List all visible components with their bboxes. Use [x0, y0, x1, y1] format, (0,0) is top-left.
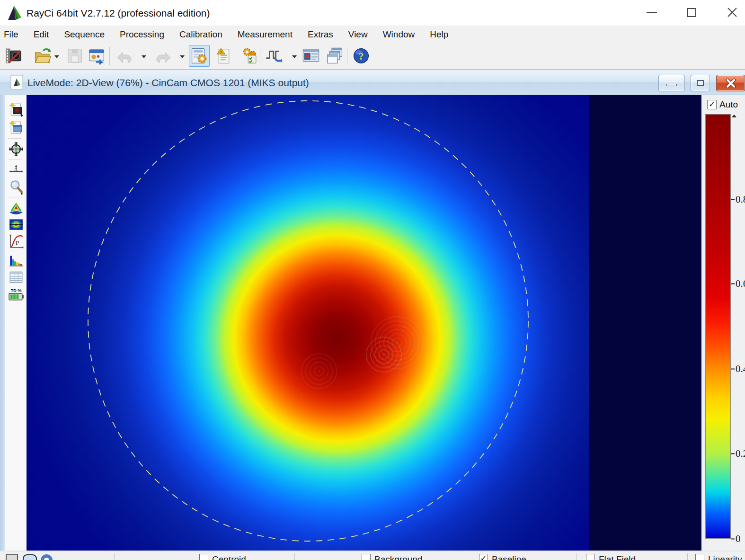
child-close-button[interactable]	[716, 75, 745, 91]
centroid-target-button[interactable]	[8, 141, 24, 157]
child-window-border	[0, 95, 5, 551]
child-minimize-button[interactable]	[658, 75, 685, 91]
roi-rectangle-tool-button[interactable]	[6, 554, 18, 560]
roi-ellipse-tool-button[interactable]	[23, 554, 37, 560]
close-button[interactable]	[718, 0, 745, 25]
flat-field-checkbox-item[interactable]: Flat Field	[586, 554, 636, 560]
centroid-label: Centroid	[212, 554, 246, 560]
trigger-mode-icon	[265, 47, 283, 65]
view-layout-button[interactable]	[301, 45, 321, 67]
scale-tick: 0.6	[731, 278, 745, 290]
undo-icon	[116, 47, 134, 65]
measurement-config-button[interactable]	[240, 45, 261, 67]
child-minimize-icon	[666, 84, 677, 86]
main-toolbar: !	[0, 43, 745, 70]
bar-separator	[294, 553, 295, 560]
auto-scale-checkbox[interactable]: ✓	[707, 100, 717, 109]
menu-file[interactable]: File	[0, 26, 26, 43]
live-capture-icon	[5, 47, 23, 65]
new-view-button[interactable]	[8, 119, 24, 135]
histogram-button[interactable]	[8, 252, 24, 267]
roi-dashed-circle[interactable]	[88, 101, 528, 541]
profile-2d-button[interactable]	[8, 216, 24, 232]
trigger-dropdown-arrow-icon[interactable]	[292, 55, 297, 58]
report-log-icon: !	[215, 47, 233, 65]
child-close-icon	[725, 79, 736, 88]
baseline-checkbox-item[interactable]: ✓ Baseline	[479, 554, 526, 560]
profile-3d-icon	[9, 200, 24, 215]
beam-2d-view[interactable]	[27, 95, 701, 551]
child-restore-button[interactable]	[691, 75, 710, 91]
report-log-button[interactable]: !	[213, 45, 234, 67]
redo-dropdown-arrow-icon[interactable]	[180, 55, 185, 58]
help-button[interactable]: ?	[351, 45, 372, 67]
menu-processing[interactable]: Processing	[112, 26, 172, 43]
background-checkbox-item[interactable]: Background	[362, 554, 422, 560]
redo-button[interactable]	[152, 45, 173, 67]
export-view-button[interactable]	[86, 45, 107, 67]
transmission-meter-button[interactable]: TD %	[8, 287, 24, 303]
redo-icon	[154, 47, 172, 65]
title-bar: RayCi 64bit V2.7.12 (professional editio…	[0, 0, 745, 26]
live-capture-button[interactable]	[4, 45, 25, 67]
tick-label: 0	[736, 533, 741, 545]
menu-view[interactable]: View	[341, 26, 375, 43]
color-scale-panel: ✓ Auto 0.8 0.6 0.4 0.2 0	[701, 95, 745, 551]
menu-calibration[interactable]: Calibration	[172, 26, 230, 43]
open-folder-icon	[34, 47, 52, 65]
bar-separator	[114, 553, 115, 560]
menu-window[interactable]: Window	[375, 26, 423, 43]
undo-button[interactable]	[115, 45, 135, 67]
histogram-icon	[9, 252, 24, 267]
svg-text:TD %: TD %	[10, 288, 21, 293]
profile-3d-button[interactable]	[8, 200, 24, 215]
rayci-logo-icon	[7, 4, 23, 21]
scale-spin-up-icon[interactable]	[732, 115, 736, 117]
tick-label: 0.6	[736, 278, 745, 290]
svg-text:?: ?	[359, 51, 364, 62]
tick-mark	[731, 538, 735, 539]
centroid-checkbox[interactable]	[199, 554, 208, 560]
menu-help[interactable]: Help	[422, 26, 456, 43]
undo-dropdown-arrow-icon[interactable]	[142, 55, 146, 58]
background-checkbox[interactable]	[362, 554, 371, 560]
cascade-windows-button[interactable]	[324, 45, 345, 67]
menu-edit[interactable]: Edit	[26, 26, 57, 43]
livemode-child-window: LiveMode: 2D-View (76%) - CinCam CMOS 12…	[0, 70, 745, 560]
tick-label: 0.2	[736, 448, 745, 460]
baseline-checkbox[interactable]: ✓	[479, 554, 488, 560]
axes-button[interactable]	[8, 162, 24, 178]
open-dropdown-arrow-icon[interactable]	[54, 55, 59, 58]
linearity-checkbox-item[interactable]: Linearity	[695, 554, 742, 560]
scale-tick: 0	[731, 533, 741, 545]
menu-extras[interactable]: Extras	[300, 26, 341, 43]
minimize-button[interactable]	[637, 0, 666, 25]
new-live-view-button[interactable]	[8, 101, 24, 117]
camera-settings-icon	[190, 47, 208, 65]
bar-separator	[576, 553, 577, 560]
maximize-button[interactable]	[677, 0, 706, 25]
results-table-button[interactable]	[8, 269, 24, 285]
zoom-button[interactable]	[8, 179, 24, 195]
roi-circle-tool-button[interactable]	[41, 554, 53, 560]
tick-label: 0.8	[736, 194, 745, 205]
open-file-button[interactable]	[32, 45, 53, 67]
livemode-doc-icon	[10, 75, 23, 90]
rayci-application-window: { "app": { "title": "RayCi 64bit V2.7.12…	[0, 0, 745, 560]
background-label: Background	[374, 554, 422, 560]
child-title-bar[interactable]: LiveMode: 2D-View (76%) - CinCam CMOS 12…	[0, 71, 745, 95]
linearity-checkbox[interactable]	[695, 554, 704, 560]
centroid-checkbox-item[interactable]: Centroid	[199, 554, 246, 560]
power-curve-button[interactable]: P	[8, 234, 24, 249]
save-button[interactable]	[64, 45, 85, 67]
flat-field-checkbox[interactable]	[586, 554, 595, 560]
transmission-meter-icon: TD %	[8, 287, 24, 303]
menu-sequence[interactable]: Sequence	[56, 26, 112, 43]
menu-measurement[interactable]: Measurement	[230, 26, 300, 43]
tool-strip-separator	[8, 197, 22, 197]
camera-settings-button[interactable]	[189, 45, 210, 67]
trigger-mode-button[interactable]	[264, 45, 284, 67]
colormap-bar	[705, 114, 731, 539]
roi-overlay	[27, 95, 701, 551]
child-restore-icon	[697, 80, 704, 86]
